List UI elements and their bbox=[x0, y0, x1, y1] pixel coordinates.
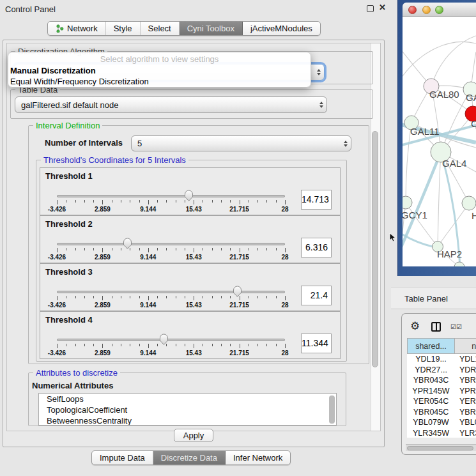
network-node[interactable] bbox=[403, 196, 412, 209]
tab-discretize-data[interactable]: Discretize Data bbox=[153, 451, 226, 464]
threshold-slider[interactable]: -3.4262.8599.14415.4321.71528 bbox=[57, 288, 285, 310]
threshold-value-field[interactable]: 14.713 bbox=[301, 190, 332, 210]
checkbox-columns-icon[interactable]: ☑☑ bbox=[450, 323, 462, 330]
slider-tick bbox=[66, 296, 66, 298]
table-column-header[interactable]: shared... bbox=[407, 338, 455, 354]
tab-label: Impute Data bbox=[100, 453, 145, 463]
table-cell[interactable]: YBR045C bbox=[407, 407, 455, 418]
slider-tick bbox=[249, 200, 249, 203]
slider-track[interactable] bbox=[57, 243, 285, 245]
table-cell[interactable]: YBL079W bbox=[407, 417, 455, 428]
table-column-header[interactable]: name bbox=[455, 338, 476, 354]
main-scrollbar-thumb[interactable] bbox=[372, 131, 378, 367]
threshold-value-field[interactable]: 11.344 bbox=[301, 334, 332, 353]
attributes-group-title: Attributes to discretize bbox=[33, 368, 120, 378]
slider-tick bbox=[249, 296, 249, 298]
table-cell[interactable]: YBR04 bbox=[455, 375, 476, 386]
table-hscrollbar-thumb[interactable] bbox=[407, 446, 473, 450]
table-cell[interactable]: YLR345W bbox=[407, 428, 455, 438]
apply-button[interactable]: Apply bbox=[174, 429, 213, 442]
numerical-attributes-list[interactable]: SelfLoopsTopologicalCoefficientBetweenne… bbox=[38, 393, 337, 426]
table-cell[interactable]: YBL07 bbox=[455, 417, 476, 428]
table-cell[interactable]: YPR14 bbox=[455, 386, 476, 397]
tab-infer-network[interactable]: Infer Network bbox=[226, 451, 290, 464]
column-layout-icon[interactable] bbox=[431, 322, 441, 332]
slider-track[interactable] bbox=[57, 339, 285, 341]
minimize-window-icon[interactable] bbox=[422, 6, 431, 14]
network-canvas[interactable]: GAL80GALCGAL11GAL4GCY1HHAP2 bbox=[403, 17, 476, 266]
slider-tick-label: 15.43 bbox=[186, 206, 202, 213]
tab-cyni-toolbox[interactable]: Cyni Toolbox bbox=[180, 22, 243, 35]
slider-tick bbox=[112, 344, 112, 346]
table-cell[interactable]: YER054C bbox=[407, 396, 455, 407]
threshold-slider[interactable]: -3.4262.8599.14415.4321.71528 bbox=[57, 192, 285, 214]
network-window-titlebar[interactable] bbox=[403, 3, 476, 17]
close-window-icon[interactable] bbox=[408, 6, 417, 14]
table-cell[interactable]: YDL19... bbox=[407, 354, 455, 365]
attribute-list-item[interactable]: TopologicalCoefficient bbox=[39, 404, 336, 415]
tab-jactivemnodules[interactable]: jActiveMNodules bbox=[243, 22, 320, 35]
float-panel-icon[interactable] bbox=[367, 5, 374, 12]
slider-tick bbox=[212, 296, 213, 298]
slider-tick bbox=[102, 200, 103, 204]
attribute-list-item[interactable]: SelfLoops bbox=[39, 394, 336, 404]
slider-tick-label: 2.859 bbox=[95, 302, 111, 309]
threshold-slider[interactable]: -3.4262.8599.14415.4321.71528 bbox=[57, 336, 285, 358]
table-hscrollbar-track[interactable] bbox=[406, 444, 476, 451]
table-row[interactable]: YDR27...YDR27 bbox=[407, 365, 476, 376]
network-edge[interactable] bbox=[431, 36, 476, 86]
table-row[interactable]: YBR045CYBR04 bbox=[407, 407, 476, 418]
slider-tick bbox=[276, 296, 277, 298]
tab-style[interactable]: Style bbox=[106, 22, 141, 35]
algorithm-popup-item[interactable]: Equal Width/Frequency Discretization bbox=[8, 76, 311, 87]
zoom-window-icon[interactable] bbox=[435, 6, 443, 14]
tab-label: Style bbox=[114, 24, 132, 33]
network-node[interactable] bbox=[462, 196, 476, 210]
slider-track[interactable] bbox=[57, 195, 285, 197]
table-cell[interactable]: YBR043C bbox=[407, 375, 455, 386]
network-edge[interactable] bbox=[438, 152, 441, 247]
tab-impute-data[interactable]: Impute Data bbox=[92, 451, 153, 464]
slider-tick bbox=[157, 248, 158, 250]
table-row[interactable]: YER054CYER05 bbox=[407, 396, 476, 407]
tab-network[interactable]: Network bbox=[48, 22, 106, 35]
slider-tick-label: 28 bbox=[281, 206, 288, 213]
algorithm-popup-item[interactable]: Manual Discretization bbox=[8, 65, 311, 76]
slider-thumb[interactable] bbox=[123, 238, 132, 250]
slider-track[interactable] bbox=[57, 291, 285, 293]
table-row[interactable]: YDL19...YDL19 bbox=[407, 354, 476, 365]
threshold-slider[interactable]: -3.4262.8599.14415.4321.71528 bbox=[57, 240, 285, 262]
attribute-list-item[interactable]: BetweennessCentrality bbox=[39, 415, 336, 426]
bottom-tab-bar: Impute DataDiscretize DataInfer Network bbox=[91, 450, 291, 465]
table-cell[interactable]: YDL19 bbox=[455, 354, 476, 365]
table-cell[interactable]: YPR145W bbox=[407, 386, 455, 397]
table-row[interactable]: YBR043CYBR04 bbox=[407, 375, 476, 386]
table-cell[interactable]: YLR34 bbox=[455, 428, 476, 438]
table-row[interactable]: YLR345WYLR34 bbox=[407, 428, 476, 438]
table-cell[interactable]: YBR04 bbox=[455, 407, 476, 418]
slider-thumb[interactable] bbox=[159, 334, 169, 346]
table-cell[interactable]: YER05 bbox=[455, 396, 476, 407]
table-cell[interactable]: YDR27 bbox=[455, 365, 476, 376]
gear-icon[interactable]: ⚙ bbox=[410, 319, 420, 333]
slider-thumb[interactable] bbox=[233, 286, 242, 298]
threshold-value-field[interactable]: 21.4 bbox=[301, 286, 332, 305]
table-cell[interactable]: YDR27... bbox=[407, 365, 455, 376]
table-row[interactable]: YPR145WYPR14 bbox=[407, 386, 476, 397]
tab-select[interactable]: Select bbox=[141, 22, 180, 35]
list-scrollbar-thumb[interactable] bbox=[329, 395, 335, 424]
slider-tick bbox=[148, 200, 149, 204]
slider-thumb[interactable] bbox=[184, 190, 194, 202]
slider-tick bbox=[285, 296, 286, 300]
network-node[interactable] bbox=[454, 262, 464, 266]
interval-count-combobox[interactable]: 5 bbox=[131, 135, 351, 151]
table-row[interactable]: YBL079WYBL07 bbox=[407, 417, 476, 428]
tab-label: Network bbox=[67, 24, 98, 33]
threshold-value-field[interactable]: 6.316 bbox=[301, 238, 332, 257]
slider-tick bbox=[185, 344, 185, 346]
slider-tick bbox=[285, 248, 286, 252]
close-panel-icon[interactable]: ✕ bbox=[379, 3, 386, 12]
slider-tick bbox=[139, 248, 140, 250]
table-data-combobox[interactable]: galFiltered.sif default node bbox=[15, 96, 327, 113]
network-edge[interactable] bbox=[403, 42, 476, 81]
